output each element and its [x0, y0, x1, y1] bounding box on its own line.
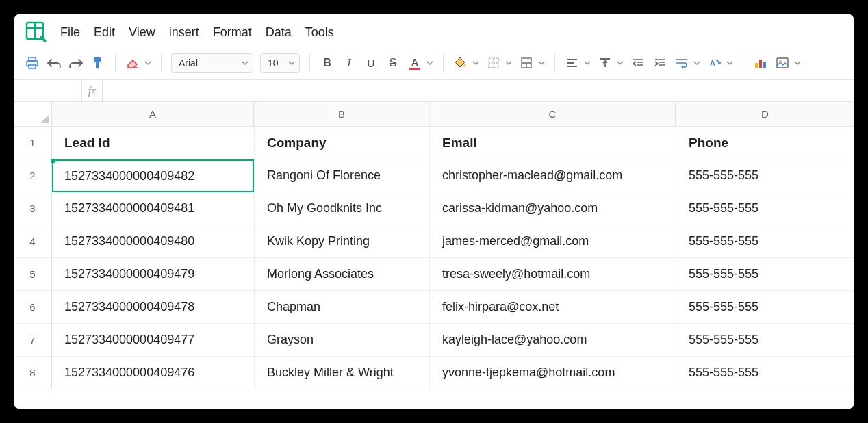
- cell-a4[interactable]: 1527334000000409480: [52, 225, 254, 258]
- v-align-caret-icon[interactable]: [617, 60, 624, 66]
- row-header-4[interactable]: 4: [14, 225, 52, 258]
- cell-a6[interactable]: 1527334000000409478: [52, 291, 254, 324]
- column-c: C Email christopher-maclead@gmail.com ca…: [430, 102, 676, 389]
- cell-b3[interactable]: Oh My Goodknits Inc: [255, 192, 429, 225]
- select-all-corner[interactable]: [14, 102, 52, 127]
- cell-b5[interactable]: Morlong Associates: [255, 258, 429, 291]
- cell-c5[interactable]: tresa-sweely@hotmail.com: [430, 258, 676, 291]
- clear-format-caret-icon[interactable]: [144, 60, 151, 66]
- clear-format-icon[interactable]: [125, 55, 140, 70]
- image-caret-icon[interactable]: [794, 60, 801, 66]
- cell-d8[interactable]: 555-555-555: [676, 357, 854, 389]
- cell-d3[interactable]: 555-555-555: [676, 192, 854, 225]
- name-box[interactable]: [14, 80, 82, 101]
- cell-c6[interactable]: felix-hirpara@cox.net: [430, 291, 676, 324]
- row-header-7[interactable]: 7: [14, 324, 52, 357]
- col-header-a[interactable]: A: [52, 102, 254, 127]
- col-header-b[interactable]: B: [255, 102, 429, 127]
- cell-b1[interactable]: Company: [255, 127, 429, 159]
- cell-d1[interactable]: Phone: [676, 127, 854, 159]
- svg-text:A: A: [710, 59, 715, 67]
- vertical-align-icon[interactable]: [598, 55, 613, 70]
- cell-a1[interactable]: Lead Id: [52, 127, 254, 159]
- strikethrough-icon[interactable]: S: [385, 55, 400, 70]
- italic-icon[interactable]: I: [342, 55, 357, 70]
- row-header-2[interactable]: 2: [14, 159, 52, 192]
- row-header-1[interactable]: 1: [14, 127, 52, 159]
- insert-chart-icon[interactable]: [753, 55, 768, 70]
- font-size-select[interactable]: 10: [260, 53, 300, 73]
- cell-c2[interactable]: christopher-maclead@gmail.com: [430, 159, 676, 192]
- menu-tools[interactable]: Tools: [305, 25, 334, 40]
- cell-a8[interactable]: 1527334000000409476: [52, 357, 254, 389]
- cell-c1[interactable]: Email: [430, 127, 676, 159]
- cell-c8[interactable]: yvonne-tjepkema@hotmail.com: [430, 357, 676, 389]
- font-family-select[interactable]: Arial: [171, 53, 253, 73]
- underline-icon[interactable]: U: [363, 55, 379, 70]
- format-painter-icon[interactable]: [90, 55, 105, 70]
- merge-cells-icon[interactable]: [519, 55, 534, 70]
- cell-a5[interactable]: 1527334000000409479: [52, 258, 254, 291]
- borders-icon[interactable]: [486, 55, 501, 70]
- fill-color-icon[interactable]: [453, 55, 468, 70]
- row-header-8[interactable]: 8: [14, 357, 52, 389]
- fx-icon: fx: [82, 80, 103, 101]
- rotation-caret-icon[interactable]: [726, 60, 733, 66]
- cell-a2[interactable]: 1527334000000409482: [52, 159, 254, 192]
- wrap-caret-icon[interactable]: [693, 60, 700, 66]
- row-header-3[interactable]: 3: [14, 192, 52, 225]
- cell-c3[interactable]: carissa-kidman@yahoo.com: [430, 192, 676, 225]
- cell-a7[interactable]: 1527334000000409477: [52, 324, 254, 357]
- text-color-caret-icon[interactable]: [426, 60, 433, 66]
- cell-a3[interactable]: 1527334000000409481: [52, 192, 254, 225]
- text-color-icon[interactable]: A: [407, 55, 422, 70]
- svg-rect-29: [759, 60, 762, 68]
- menu-view[interactable]: View: [129, 25, 155, 40]
- horizontal-align-icon[interactable]: [565, 55, 580, 70]
- cell-d4[interactable]: 555-555-555: [676, 225, 854, 258]
- text-wrap-icon[interactable]: [674, 55, 689, 70]
- cell-d7[interactable]: 555-555-555: [676, 324, 854, 357]
- menu-insert[interactable]: insert: [169, 25, 199, 40]
- cell-b2[interactable]: Rangoni Of Florence: [255, 159, 429, 192]
- cell-d5[interactable]: 555-555-555: [676, 258, 854, 291]
- cell-c4[interactable]: james-merced@gmail.com: [430, 225, 676, 258]
- cell-b7[interactable]: Grayson: [255, 324, 429, 357]
- menu-format[interactable]: Format: [213, 25, 252, 40]
- toolbar-separator: [443, 54, 444, 72]
- toolbar-separator: [309, 54, 310, 72]
- cell-c7[interactable]: kayleigh-lace@yahoo.com: [430, 324, 676, 357]
- row-header-5[interactable]: 5: [14, 258, 52, 291]
- col-header-c[interactable]: C: [430, 102, 676, 127]
- spreadsheet-grid: 1 2 3 4 5 6 7 8 A Lead Id 15273340000004…: [14, 102, 854, 389]
- cell-d6[interactable]: 555-555-555: [676, 291, 854, 324]
- undo-icon[interactable]: [47, 55, 62, 70]
- spreadsheet-window: File Edit View insert Format Data Tools: [14, 14, 854, 409]
- column-d: D Phone 555-555-555 555-555-555 555-555-…: [676, 102, 854, 389]
- cell-d2[interactable]: 555-555-555: [676, 159, 854, 192]
- menu-bar: File Edit View insert Format Data Tools: [14, 14, 854, 49]
- menu-file[interactable]: File: [60, 25, 80, 40]
- insert-image-icon[interactable]: [775, 55, 790, 70]
- menu-data[interactable]: Data: [266, 25, 292, 40]
- merge-caret-icon[interactable]: [538, 60, 545, 66]
- svg-rect-28: [755, 63, 758, 68]
- cell-b4[interactable]: Kwik Kopy Printing: [255, 225, 429, 258]
- col-header-d[interactable]: D: [676, 102, 854, 127]
- indent-decrease-icon[interactable]: [630, 55, 646, 70]
- svg-rect-6: [94, 57, 101, 62]
- redo-icon[interactable]: [68, 55, 84, 70]
- borders-caret-icon[interactable]: [505, 60, 512, 66]
- row-header-6[interactable]: 6: [14, 291, 52, 324]
- indent-increase-icon[interactable]: [652, 55, 667, 70]
- h-align-caret-icon[interactable]: [584, 60, 591, 66]
- cell-b8[interactable]: Buckley Miller & Wright: [255, 357, 429, 389]
- print-icon[interactable]: [25, 55, 40, 70]
- text-rotation-icon[interactable]: A: [707, 55, 722, 70]
- fill-color-caret-icon[interactable]: [472, 60, 479, 66]
- app-logo-icon: [25, 21, 48, 44]
- bold-icon[interactable]: B: [320, 55, 335, 70]
- cell-b6[interactable]: Chapman: [255, 291, 429, 324]
- formula-input[interactable]: [103, 80, 854, 101]
- menu-edit[interactable]: Edit: [94, 25, 115, 40]
